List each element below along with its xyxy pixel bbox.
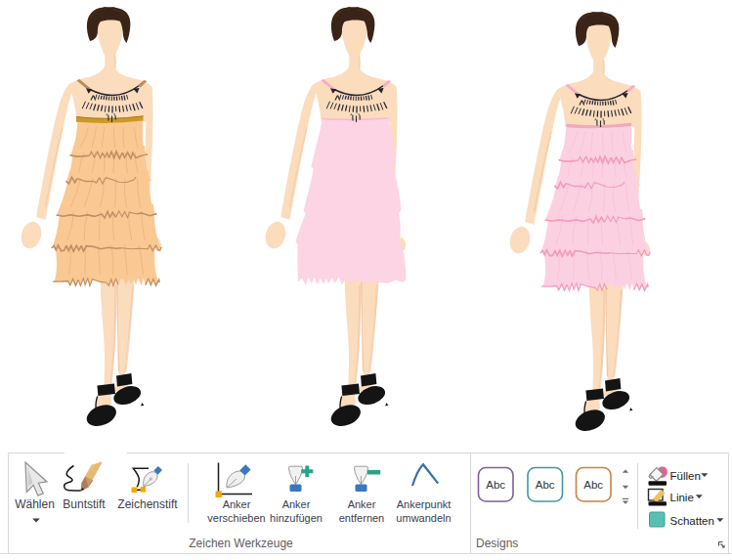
svg-text:entfernen: entfernen xyxy=(339,512,384,524)
svg-text:Schatten: Schatten xyxy=(670,515,714,527)
svg-text:Anker: Anker xyxy=(282,498,311,510)
svg-text:Wählen: Wählen xyxy=(15,497,55,511)
svg-text:umwandeln: umwandeln xyxy=(396,512,451,524)
svg-text:hinzufügen: hinzufügen xyxy=(270,512,323,524)
svg-text:Abc: Abc xyxy=(486,479,505,491)
svg-text:Anker: Anker xyxy=(348,498,376,510)
svg-text:Linie: Linie xyxy=(670,492,694,503)
svg-text:Designs: Designs xyxy=(476,537,518,550)
svg-text:Abc: Abc xyxy=(536,479,555,491)
svg-text:Anker: Anker xyxy=(223,498,251,510)
svg-text:Füllen: Füllen xyxy=(670,470,701,482)
svg-text:verschieben: verschieben xyxy=(207,512,265,524)
svg-text:Zeichen Werkzeuge: Zeichen Werkzeuge xyxy=(189,537,293,550)
svg-text:Abc: Abc xyxy=(583,479,603,491)
svg-text:Buntstift: Buntstift xyxy=(63,497,106,511)
svg-text:Zeichenstift: Zeichenstift xyxy=(117,497,178,511)
svg-text:Ankerpunkt: Ankerpunkt xyxy=(397,498,452,510)
